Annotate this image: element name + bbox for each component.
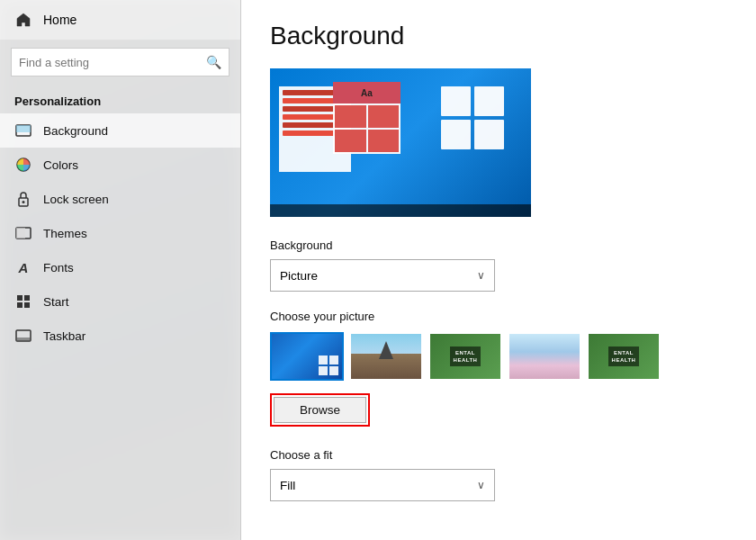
sidebar-inner: Home 🔍 Personalization Background <box>0 0 240 540</box>
thumb-anime-img <box>509 334 580 379</box>
background-dropdown-arrow: ∨ <box>477 269 485 282</box>
win-square-4 <box>474 120 504 149</box>
background-preview: Aa <box>270 68 531 217</box>
background-dropdown-value: Picture <box>280 269 318 283</box>
svg-rect-10 <box>24 302 30 308</box>
sidebar-home-label: Home <box>43 13 76 27</box>
win-logo-preview <box>441 86 504 149</box>
personalization-label: Personalization <box>0 84 240 113</box>
browse-button[interactable]: Browse <box>274 397 366 423</box>
fit-dropdown-arrow: ∨ <box>477 479 485 491</box>
background-nav-icon <box>14 122 32 140</box>
thumb-health1-img: ENTALHEALTH <box>430 334 500 379</box>
search-box[interactable]: 🔍 <box>11 48 230 76</box>
taskbar-nav-icon <box>14 327 32 345</box>
svg-rect-6 <box>16 228 25 238</box>
search-input[interactable] <box>19 56 206 69</box>
page-title: Background <box>270 22 727 50</box>
svg-rect-12 <box>16 338 31 341</box>
sidebar: Home 🔍 Personalization Background <box>0 0 241 540</box>
thumb-health1[interactable]: ENTALHEALTH <box>428 332 502 381</box>
choose-picture-label: Choose your picture <box>270 310 727 323</box>
start-nav-icon <box>14 292 32 310</box>
sidebar-colors-label: Colors <box>43 158 78 172</box>
svg-rect-9 <box>17 302 22 308</box>
sidebar-item-colors[interactable]: Colors <box>0 148 240 182</box>
thumb-beach[interactable] <box>349 332 423 381</box>
fonts-nav-icon: A <box>14 258 32 276</box>
sidebar-fonts-label: Fonts <box>43 261 74 274</box>
nav-list: Background Colors <box>0 113 240 353</box>
background-section-label: Background <box>270 238 727 252</box>
sidebar-start-label: Start <box>43 295 69 309</box>
sidebar-lock-screen-label: Lock screen <box>43 193 109 206</box>
sidebar-item-themes[interactable]: Themes <box>0 216 240 250</box>
win-square-2 <box>474 86 504 116</box>
preview-tile-4 <box>368 130 400 152</box>
main-content: Background Aa <box>241 0 756 540</box>
sidebar-item-taskbar[interactable]: Taskbar <box>0 319 240 353</box>
choose-fit-label: Choose a fit <box>270 448 727 462</box>
background-dropdown[interactable]: Picture ∨ <box>270 259 495 292</box>
sidebar-taskbar-label: Taskbar <box>43 329 86 343</box>
svg-rect-1 <box>16 125 31 132</box>
themes-nav-icon <box>14 224 32 242</box>
svg-point-4 <box>22 201 25 203</box>
preview-card-mid: Aa <box>333 82 400 154</box>
preview-tile-1 <box>335 105 366 128</box>
thumb-win-img <box>272 334 342 379</box>
preview-mid-tiles <box>333 104 400 154</box>
home-icon <box>14 11 32 29</box>
thumb-beach-img <box>351 334 421 379</box>
sidebar-item-fonts[interactable]: A Fonts <box>0 250 240 284</box>
thumb-anime[interactable] <box>508 332 581 381</box>
preview-tile-2 <box>368 105 400 128</box>
thumb-health2-img: ENTALHEALTH <box>589 334 659 379</box>
sidebar-item-lock-screen[interactable]: Lock screen <box>0 182 240 216</box>
preview-mid-aa: Aa <box>333 82 400 104</box>
preview-tile-3 <box>335 130 366 152</box>
svg-rect-7 <box>17 295 22 301</box>
win-square-3 <box>441 120 471 149</box>
colors-nav-icon <box>14 156 32 174</box>
sidebar-item-background[interactable]: Background <box>0 113 240 148</box>
fit-dropdown[interactable]: Fill ∨ <box>270 469 495 501</box>
thumb-health2[interactable]: ENTALHEALTH <box>587 332 661 381</box>
svg-rect-8 <box>24 295 30 301</box>
picture-grid: ENTALHEALTH ENTALHEALTH <box>270 332 727 381</box>
search-icon[interactable]: 🔍 <box>206 55 221 69</box>
thumb-win[interactable] <box>270 332 344 381</box>
win-square-1 <box>441 86 471 116</box>
sidebar-item-start[interactable]: Start <box>0 284 240 319</box>
sidebar-item-home[interactable]: Home <box>0 0 240 40</box>
sidebar-background-label: Background <box>43 124 108 138</box>
browse-button-wrapper: Browse <box>270 393 370 427</box>
preview-taskbar <box>270 204 531 217</box>
sidebar-themes-label: Themes <box>43 227 87 240</box>
lock-screen-nav-icon <box>14 190 32 208</box>
fit-dropdown-value: Fill <box>280 479 295 492</box>
